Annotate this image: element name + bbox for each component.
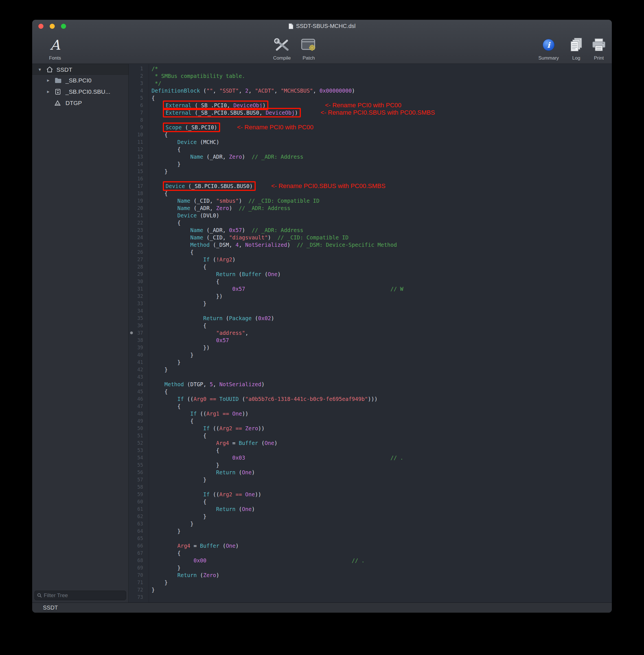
code-token: { bbox=[152, 249, 193, 255]
code-token: // . bbox=[352, 557, 365, 564]
line-number: 68 bbox=[129, 557, 147, 564]
code-token bbox=[242, 491, 245, 497]
code-text: { bbox=[152, 549, 181, 557]
line-number: 34 bbox=[129, 307, 147, 315]
code-line: 9 Scope (_SB.PCI0)<- Rename PCI0 with PC… bbox=[129, 124, 612, 131]
fonts-button[interactable]: A Fonts bbox=[37, 33, 73, 63]
disclosure-right-icon[interactable]: ▸ bbox=[46, 86, 51, 97]
code-token: ) bbox=[252, 469, 255, 475]
disclosure-down-icon[interactable]: ▾ bbox=[37, 64, 42, 75]
code-token bbox=[152, 381, 164, 387]
titlebar[interactable]: SSDT-SBUS-MCHC.dsl bbox=[32, 20, 612, 33]
code-token: Arg2 bbox=[219, 425, 232, 431]
line-number: 4 bbox=[129, 87, 147, 94]
code-token: Return bbox=[216, 271, 236, 277]
print-button[interactable]: Print bbox=[580, 33, 612, 63]
code-token bbox=[152, 198, 178, 204]
code-token: // _ADR: Address bbox=[239, 205, 291, 211]
code-text: Device (DVL0) bbox=[152, 212, 219, 219]
code-token: (_SB.PCI0) bbox=[182, 124, 217, 131]
code-token bbox=[152, 315, 203, 321]
line-number: 71 bbox=[129, 579, 147, 586]
zoom-button[interactable] bbox=[61, 24, 66, 29]
code-line: 23 Name (_ADR, 0x57) // _ADR: Address bbox=[129, 226, 612, 234]
print-label: Print bbox=[594, 55, 604, 61]
code-token: 0x00000000 bbox=[319, 88, 352, 94]
code-token: (_CID, bbox=[190, 198, 216, 204]
code-text: } bbox=[152, 564, 181, 571]
sidebar-item-sb-pci0[interactable]: ▸ _SB.PCI0 bbox=[32, 75, 129, 86]
code-token: "MCHCSBUS" bbox=[281, 88, 313, 94]
sidebar-item-label: SSDT bbox=[56, 64, 72, 75]
code-line: 52 Arg4 = Buffer (One) bbox=[129, 439, 612, 447]
line-number: 33 bbox=[129, 300, 147, 307]
window-chrome: SSDT-SBUS-MCHC.dsl A Fonts Compile bbox=[32, 20, 612, 64]
code-text: 0x57 // W bbox=[152, 285, 403, 293]
code-token: (_ADR, bbox=[203, 227, 229, 233]
code-token: Scope bbox=[166, 124, 182, 131]
content-area: ▾ SSDT ▸ _SB.PCI0 ▸ bbox=[32, 64, 612, 603]
code-text: */ bbox=[152, 80, 161, 87]
code-token bbox=[152, 205, 178, 211]
tools-icon bbox=[273, 36, 291, 54]
code-token: Zero bbox=[203, 572, 216, 578]
minimize-button[interactable] bbox=[50, 24, 55, 29]
code-token: One bbox=[226, 543, 235, 549]
code-token: ))) bbox=[368, 396, 377, 402]
code-token: Package bbox=[229, 315, 252, 321]
code-token: } bbox=[152, 352, 193, 358]
code-line: 34 bbox=[129, 307, 612, 315]
code-token: If bbox=[203, 491, 210, 497]
disclosure-right-icon[interactable]: ▸ bbox=[46, 75, 51, 86]
sidebar: ▾ SSDT ▸ _SB.PCI0 ▸ bbox=[32, 64, 129, 603]
code-token: Zero bbox=[216, 205, 229, 211]
line-number: 11 bbox=[129, 138, 147, 146]
line-number: 50 bbox=[129, 425, 147, 432]
line-number: 42 bbox=[129, 366, 147, 373]
code-token: "smbus" bbox=[216, 198, 239, 204]
device-icon bbox=[55, 89, 61, 95]
code-token bbox=[152, 212, 178, 219]
line-number: 9 bbox=[129, 124, 147, 131]
code-text: }) bbox=[152, 344, 210, 351]
code-text: Device (_SB.PCI0.SBUS.BUS0)<- Rename PCI… bbox=[152, 182, 386, 190]
code-token: ( bbox=[197, 572, 203, 578]
patch-button[interactable]: Patch bbox=[291, 33, 327, 63]
code-token: (_DSM, bbox=[210, 242, 236, 248]
code-line: 58 bbox=[129, 483, 612, 491]
code-token bbox=[232, 491, 235, 497]
code-text: { bbox=[152, 322, 206, 329]
code-token: ( bbox=[210, 256, 216, 263]
code-token: // _CID: Compatible ID bbox=[248, 198, 319, 204]
line-number: 12 bbox=[129, 146, 147, 153]
code-token: Name bbox=[178, 198, 190, 204]
code-text: * SMBus compatibility table. bbox=[152, 72, 245, 80]
line-number: 48 bbox=[129, 410, 147, 417]
filter-tree-input[interactable] bbox=[44, 592, 123, 598]
filter-tree-field[interactable] bbox=[34, 591, 126, 600]
code-text: { bbox=[152, 94, 155, 101]
code-token: } bbox=[152, 359, 181, 365]
code-token: ( bbox=[219, 543, 226, 549]
code-token: (( bbox=[184, 396, 193, 402]
code-token: Name bbox=[190, 154, 203, 160]
rename-annotation: <- Rename PCI0.SBUS with PC00.SMBS bbox=[321, 109, 435, 116]
code-text: { bbox=[152, 146, 181, 153]
code-text: Name (_CID, "smbus") // _CID: Compatible… bbox=[152, 197, 319, 204]
line-number: 55 bbox=[129, 461, 147, 469]
sidebar-item-sb-pci0-sbus[interactable]: ▸ _SB.PCI0.SBU... bbox=[32, 86, 129, 97]
line-number: 45 bbox=[129, 388, 147, 395]
code-token: == bbox=[223, 410, 229, 417]
code-text: If ((Arg1 == One)) bbox=[152, 410, 248, 417]
code-token: ) bbox=[239, 198, 248, 204]
sidebar-item-dtgp[interactable]: DTGP bbox=[32, 97, 129, 109]
code-token: } bbox=[152, 528, 181, 534]
sidebar-item-ssdt-root[interactable]: ▾ SSDT bbox=[32, 64, 129, 75]
code-line: 2 * SMBus compatibility table. bbox=[129, 72, 612, 80]
code-token: ) bbox=[352, 88, 355, 94]
code-token: 0x57 bbox=[216, 337, 229, 343]
code-editor[interactable]: 1/*2 * SMBus compatibility table.3 */4De… bbox=[129, 64, 612, 603]
code-token bbox=[152, 139, 178, 145]
close-button[interactable] bbox=[38, 24, 43, 29]
code-token: )) bbox=[242, 410, 248, 417]
